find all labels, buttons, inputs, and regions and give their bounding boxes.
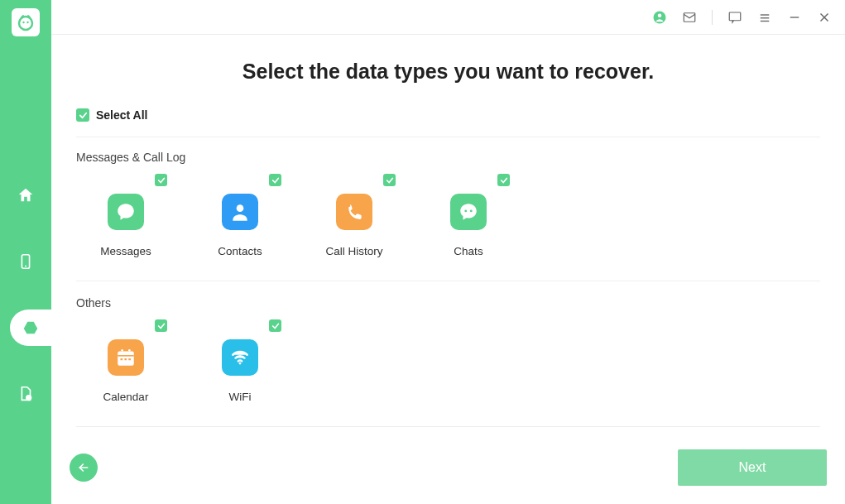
- svg-point-21: [470, 210, 473, 213]
- section-title-messages: Messages & Call Log: [76, 151, 820, 164]
- svg-point-1: [22, 22, 24, 23]
- svg-rect-29: [128, 358, 131, 360]
- minimize-icon[interactable]: [787, 10, 802, 25]
- check-icon: [269, 174, 281, 186]
- svg-text:!: !: [28, 395, 30, 400]
- select-all-label: Select All: [96, 108, 148, 122]
- item-label: Call History: [325, 245, 382, 257]
- svg-rect-27: [121, 358, 123, 360]
- wifi-icon: [222, 339, 258, 376]
- next-button-label: Next: [739, 460, 766, 475]
- mail-icon[interactable]: [682, 10, 697, 25]
- close-icon[interactable]: [817, 10, 832, 25]
- datatype-contacts[interactable]: Contacts: [190, 174, 290, 257]
- check-icon: [155, 319, 167, 332]
- menu-icon[interactable]: [757, 10, 772, 25]
- datatype-chats[interactable]: Chats: [419, 174, 518, 257]
- check-icon: [383, 174, 396, 186]
- item-label: WiFi: [229, 391, 252, 403]
- sidebar: !: [0, 0, 51, 504]
- chat-bubble-icon: [108, 194, 144, 230]
- svg-rect-11: [684, 12, 695, 22]
- select-all-checkbox[interactable]: [76, 108, 89, 122]
- sidebar-nav: !: [0, 177, 51, 412]
- svg-point-25: [121, 349, 123, 352]
- back-button[interactable]: [70, 454, 98, 482]
- item-label: Chats: [454, 245, 483, 257]
- item-label: Contacts: [218, 245, 262, 257]
- section-grid-others: Calendar WiFi: [76, 319, 820, 427]
- svg-point-2: [26, 22, 28, 23]
- phone-icon: [336, 194, 372, 230]
- check-icon: [155, 174, 167, 186]
- svg-point-20: [464, 210, 467, 213]
- chat-dots-icon: [450, 194, 487, 230]
- item-label: Messages: [100, 245, 151, 257]
- person-icon: [222, 194, 258, 230]
- check-icon: [497, 174, 510, 186]
- svg-point-0: [19, 17, 32, 30]
- svg-rect-28: [124, 358, 127, 360]
- check-icon: [269, 319, 281, 332]
- item-label: Calendar: [103, 391, 149, 403]
- svg-point-10: [658, 13, 662, 17]
- datatype-call-history[interactable]: Call History: [305, 174, 404, 257]
- sidebar-item-doc-alert[interactable]: !: [0, 376, 51, 412]
- datatype-calendar[interactable]: Calendar: [76, 319, 175, 403]
- calendar-icon: [108, 339, 144, 376]
- feedback-icon[interactable]: [727, 10, 742, 25]
- section-grid-messages: Messages Contacts Call History: [76, 174, 820, 281]
- page-title: Select the data types you want to recove…: [76, 60, 820, 84]
- sidebar-item-drive[interactable]: [10, 310, 51, 346]
- content-area: Select the data types you want to recove…: [51, 35, 845, 504]
- datatype-messages[interactable]: Messages: [76, 174, 175, 257]
- main-content: Select the data types you want to recove…: [51, 0, 845, 504]
- app-logo: [12, 8, 40, 36]
- divider: [712, 10, 713, 25]
- sidebar-item-home[interactable]: [0, 177, 51, 214]
- section-title-others: Others: [76, 296, 820, 310]
- svg-rect-12: [729, 12, 741, 21]
- footer: Next: [51, 449, 845, 504]
- svg-point-19: [237, 204, 244, 212]
- svg-point-26: [128, 349, 131, 352]
- user-icon[interactable]: [652, 10, 667, 25]
- window-controls: [51, 0, 845, 35]
- svg-line-4: [28, 16, 30, 17]
- select-all-row[interactable]: Select All: [76, 108, 820, 137]
- svg-line-3: [22, 16, 23, 17]
- svg-point-30: [239, 362, 242, 365]
- next-button[interactable]: Next: [678, 449, 827, 486]
- sidebar-item-phone[interactable]: [0, 243, 51, 280]
- datatype-wifi[interactable]: WiFi: [190, 319, 290, 403]
